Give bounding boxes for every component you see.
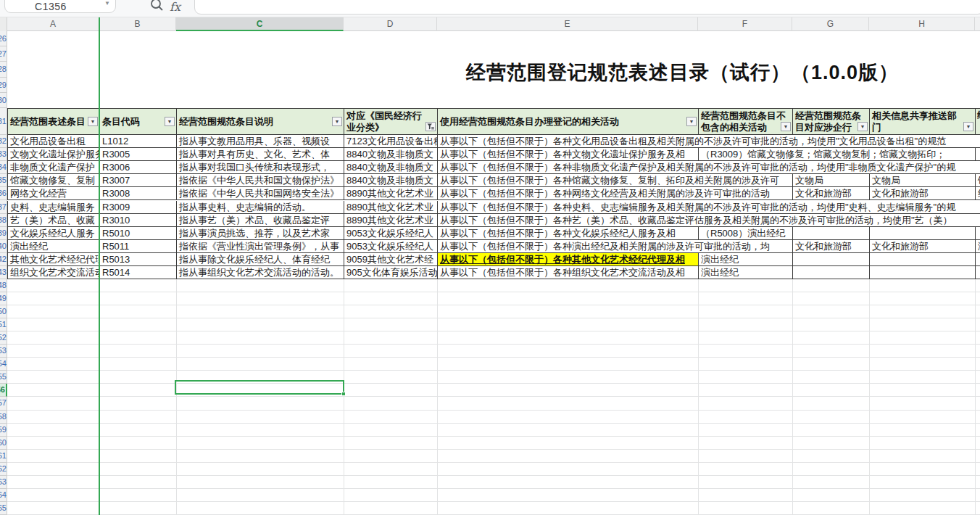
sheet-title[interactable]: 经营范围登记规范表述目录（试行）（1.0.0版） xyxy=(466,59,899,86)
cell[interactable]: 史料、史志编辑服务 xyxy=(8,201,100,213)
cell[interactable]: 从事以下（包括但不限于）各种网络文化经营及相关附属的涉及许可审批的活动 xyxy=(438,187,793,199)
cell[interactable] xyxy=(793,253,870,265)
cell[interactable] xyxy=(793,266,870,279)
cell[interactable]: 非物质文化遗产保护 xyxy=(8,161,100,173)
row-number[interactable]: 1352 xyxy=(0,331,7,345)
cell[interactable]: 组织文化艺术交流活动 xyxy=(8,266,100,279)
column-header-C[interactable]: C xyxy=(176,17,344,31)
cell[interactable]: 演出经纪 xyxy=(699,253,793,265)
cell[interactable]: 文物局 xyxy=(793,174,870,186)
cell[interactable]: 905文化体育娱乐活动 xyxy=(344,266,438,279)
row-number[interactable]: 1331 xyxy=(0,108,7,135)
cell[interactable]: R5013 xyxy=(100,253,177,265)
cell[interactable]: R5010 xyxy=(100,227,177,239)
row-number[interactable]: 1338 xyxy=(0,214,7,227)
row-number[interactable]: 1353 xyxy=(0,345,7,358)
cell[interactable]: R3006 xyxy=(100,161,177,173)
header-cell-e[interactable]: 使用经营范围规范条目办理登记的相关活动▼ xyxy=(438,109,699,134)
cell[interactable]: （R3009）馆藏文物修复；馆藏文物复制；馆藏文物拓印； xyxy=(699,148,976,160)
cell[interactable]: 从事以下（包括但不限于）各种文物文化遗址保护服务及相 xyxy=(438,148,699,160)
cell[interactable]: 指从事艺（美）术品、收藏品鉴定评 xyxy=(177,214,344,226)
cell[interactable] xyxy=(870,253,976,265)
column-header-G[interactable]: G xyxy=(792,17,869,31)
row-number[interactable]: 1326 xyxy=(0,31,7,46)
header-cell-a[interactable]: 经营范围表述条目▼ xyxy=(8,109,100,134)
cell[interactable]: R3010 xyxy=(100,214,177,226)
cell[interactable]: L1012 xyxy=(100,135,177,147)
column-header-B[interactable]: B xyxy=(99,17,176,31)
cell[interactable]: 其他文化艺术经纪代理 xyxy=(8,253,100,265)
formula-bar-input[interactable] xyxy=(194,0,980,15)
cell[interactable]: 指从事史料、史志编辑的活动。 xyxy=(177,201,344,213)
cell[interactable]: 指从事组织文化艺术交流活动的活动。 xyxy=(177,266,344,279)
cell[interactable]: 指从事对具有历史、文化、艺术、体 xyxy=(177,148,344,160)
cell[interactable]: 文化娱乐经纪人服务 xyxy=(8,227,100,239)
row-number[interactable]: 1327 xyxy=(0,46,7,62)
cell[interactable]: 文化用品设备出租 xyxy=(8,135,100,147)
row-number[interactable]: 1335 xyxy=(0,174,7,187)
cell[interactable]: 文化和旅游部 xyxy=(870,240,976,252)
cell[interactable]: 8840文物及非物质文 xyxy=(344,161,438,173)
header-cell-c[interactable]: 经营范围规范条目说明▼ xyxy=(177,109,344,134)
cell[interactable]: 演 xyxy=(976,240,980,252)
fill-handle[interactable] xyxy=(341,392,346,396)
row-number[interactable]: 1350 xyxy=(0,305,7,318)
row-number[interactable]: 1355 xyxy=(0,371,7,384)
cell[interactable]: 9059其他文化艺术经 xyxy=(344,253,438,265)
row-number[interactable]: 1354 xyxy=(0,358,7,371)
cell[interactable]: 馆 xyxy=(976,174,980,186)
select-all-corner[interactable] xyxy=(0,17,7,31)
row-number[interactable]: 1360 xyxy=(0,437,7,450)
row-number[interactable]: 1348 xyxy=(0,279,7,292)
row-number[interactable]: 1328 xyxy=(0,62,7,77)
row-number[interactable]: 1337 xyxy=(0,201,7,214)
cell[interactable]: 从事以下（包括但不限于）各种演出经纪及相关附属的涉及许可审批的活动，均 xyxy=(438,240,793,252)
row-number[interactable]: 1351 xyxy=(0,318,7,331)
cell[interactable]: 从事以下（包括但不限于）各种史料、史志编辑服务及相关附属的不涉及许可审批的活动，… xyxy=(438,201,980,213)
cell[interactable]: 从事以下（包括但不限于）各种组织文化艺术交流活动及相 xyxy=(438,266,699,279)
cell[interactable]: 8840文物及非物质文 xyxy=(344,148,438,160)
column-header-D[interactable]: D xyxy=(344,17,437,31)
row-number[interactable]: 1339 xyxy=(0,227,7,240)
column-header-F[interactable]: F xyxy=(698,17,792,31)
row-number[interactable]: 1356 xyxy=(0,384,7,397)
cell[interactable]: 经 xyxy=(976,187,980,199)
row-number[interactable]: 1361 xyxy=(0,450,7,463)
cell[interactable]: R3007 xyxy=(100,174,177,186)
cell[interactable]: 从事以下（包括但不限于）各种馆藏文物修复、复制、拓印及相关附属的涉及许可 xyxy=(438,174,793,186)
search-icon[interactable] xyxy=(149,0,165,12)
cell[interactable]: 8890其他文化艺术业 xyxy=(344,187,438,199)
cell[interactable]: 从事以下（包括但不限于）各种文化娱乐经纪人服务及相 xyxy=(438,227,699,239)
cell[interactable]: 网络文化经营 xyxy=(8,187,100,199)
cell[interactable] xyxy=(870,266,976,279)
cell[interactable]: 演出经纪 xyxy=(699,266,793,279)
filter-caret-button[interactable]: ▼ xyxy=(88,117,98,126)
cell[interactable]: R5011 xyxy=(100,240,177,252)
cell[interactable]: 从事以下（包括但不限于）各种文化用品设备出租及相关附属的不涉及许可审批的活动，均… xyxy=(438,135,980,147)
header-cell-d[interactable]: 对应《国民经济行业分类》 xyxy=(344,109,438,134)
cell[interactable]: 8890其他文化艺术业 xyxy=(344,201,438,213)
filter-caret-button[interactable]: ▼ xyxy=(781,122,791,131)
cell[interactable]: 文物文化遗址保护服务 xyxy=(8,148,100,160)
name-box-dropdown-icon[interactable]: ▼ xyxy=(104,0,110,7)
row-number[interactable]: 1334 xyxy=(0,161,7,174)
highlighted-cell[interactable]: 从事以下（包括但不限于）各种其他文化艺术经纪代理及相 xyxy=(438,253,699,265)
row-number[interactable]: 1359 xyxy=(0,424,7,437)
row-number[interactable]: 1358 xyxy=(0,411,7,424)
row-number[interactable]: 1329 xyxy=(0,78,7,93)
cell[interactable]: 文物局 xyxy=(870,174,976,186)
column-header-E[interactable]: E xyxy=(437,17,698,31)
cell[interactable]: 馆藏文物修复、复制 xyxy=(8,174,100,186)
cell[interactable]: 文化和旅游部 xyxy=(793,187,870,199)
filter-caret-button[interactable]: ▼ xyxy=(963,122,973,131)
cell[interactable] xyxy=(793,227,870,239)
cell[interactable]: R3009 xyxy=(100,201,177,213)
row-number[interactable]: 1342 xyxy=(0,253,7,266)
filter-caret-button[interactable]: ▼ xyxy=(858,122,868,131)
cell[interactable]: 从事以下（包括但不限于）各种艺（美）术品、收藏品鉴定评估服务及相关附属的不涉及许… xyxy=(438,214,980,226)
row-number[interactable]: 1364 xyxy=(0,489,7,502)
row-number[interactable]: 1365 xyxy=(0,502,7,515)
active-cell-selection[interactable] xyxy=(175,380,344,395)
cell[interactable]: 8840文物及非物质文 xyxy=(344,174,438,186)
cell[interactable]: 指依据《中华人民共和国网络安全法》 xyxy=(177,187,344,199)
